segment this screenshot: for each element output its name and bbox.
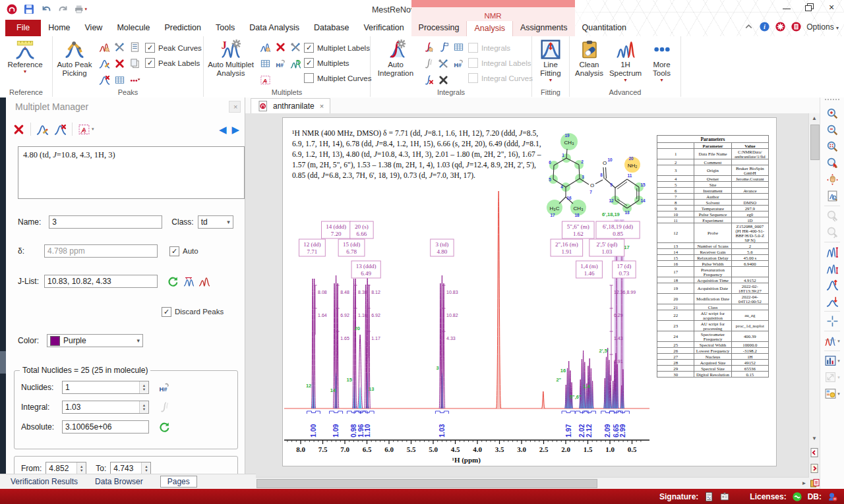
zoom-in-button[interactable] <box>822 105 842 122</box>
scroll-up-button[interactable]: ▲ <box>809 113 820 123</box>
peak-tools-button[interactable] <box>112 40 127 54</box>
copy-peaks-button[interactable] <box>127 56 142 70</box>
nuclides-input[interactable] <box>62 381 149 394</box>
zoom-out-button[interactable] <box>822 122 842 138</box>
menu-tab-molecule[interactable]: Molecule <box>109 20 157 36</box>
multiplet-label-box[interactable]: 5",6" (m)1.62 <box>562 221 594 238</box>
cutoff-peaks-button[interactable]: ▾ <box>822 333 842 349</box>
panel-close-button[interactable]: × <box>229 101 241 113</box>
db-status-icon[interactable] <box>827 491 837 502</box>
vertical-scroll-thumb[interactable] <box>810 125 820 160</box>
reference-button[interactable]: Reference▾ <box>1 38 49 74</box>
multiplet-label-box[interactable]: 1,4 (m)1.46 <box>576 261 603 278</box>
menu-tab-view[interactable]: View <box>78 20 110 36</box>
certificate-icon[interactable] <box>719 491 730 502</box>
more-tools-button[interactable]: More Tools▾ <box>644 38 680 82</box>
save-button[interactable] <box>22 3 36 16</box>
multiplet-label-box[interactable]: 20 (s)6.66 <box>350 221 373 238</box>
multiplet-label-box[interactable]: 12 (dd)7.71 <box>299 239 326 256</box>
multiplet-label-box[interactable]: 2",16 (m)1.91 <box>551 239 583 256</box>
fit-intensity-button[interactable] <box>822 244 842 260</box>
vertical-scrollbar[interactable]: ▲ ▼ <box>808 113 820 478</box>
delete-multiplet-button[interactable] <box>13 123 25 136</box>
discard-peaks-checkbox[interactable]: ✓Discard Peaks <box>162 304 224 320</box>
edit-multiplet-peaks-button[interactable] <box>36 123 49 136</box>
checkbox-multiplet-curves[interactable]: Multiplet Curves <box>304 70 371 86</box>
nuclides-hash-icon[interactable]: H# <box>158 381 170 393</box>
line-fitting-button[interactable]: Line Fitting▾ <box>533 38 568 82</box>
zoom-region-button[interactable] <box>822 138 842 155</box>
undo-button[interactable] <box>40 3 53 16</box>
delta-input[interactable] <box>44 244 158 258</box>
more-peaks-button[interactable] <box>127 72 142 87</box>
multiplet-label-box[interactable]: 2',5' (qd)1.03 <box>589 239 624 256</box>
checkbox-peak-labels[interactable]: ✓Peak Labels <box>145 55 202 70</box>
dock-tab-verification-results[interactable]: Verification Results <box>11 477 78 486</box>
nmr-spectrum[interactable]: 14 (ddd)7.2020 (s)6.665",6" (m)1.626',18… <box>283 186 776 466</box>
restore-button[interactable] <box>804 3 814 12</box>
multiplet-table-button[interactable] <box>258 56 272 70</box>
peak-edit-button[interactable] <box>97 56 111 70</box>
delete-peak-button[interactable] <box>97 72 111 87</box>
multiplet-label-box[interactable]: 6',18,19 (dd)0.85 <box>596 221 640 238</box>
multiplet-label-box[interactable]: 17 (d)0.73 <box>613 261 636 278</box>
multiplet-label-box[interactable]: 13 (ddd)6.49 <box>351 261 380 278</box>
j-coupling-button[interactable] <box>288 56 303 70</box>
multiplet-tools-button[interactable] <box>288 40 303 54</box>
name-input[interactable] <box>49 215 162 229</box>
license-status-icon[interactable] <box>792 491 802 502</box>
menu-tab-prediction[interactable]: Prediction <box>157 20 208 36</box>
horizontal-scroll-thumb[interactable] <box>256 479 597 488</box>
jtree-blue-icon[interactable] <box>183 275 195 287</box>
integral-series-button[interactable] <box>421 56 435 70</box>
multiplet-by-hand-button[interactable] <box>258 40 272 54</box>
auto-integration-button[interactable]: Auto Integration <box>372 38 419 78</box>
integral-label-button[interactable] <box>436 40 450 54</box>
jtree-red-icon[interactable] <box>198 275 210 287</box>
scroll-corner-button[interactable] <box>809 478 820 489</box>
integral-tools-button[interactable] <box>436 56 450 70</box>
remove-multiplet-peak-button[interactable] <box>54 123 67 136</box>
increase-intensity-button[interactable] <box>822 277 842 293</box>
dock-tab-data-browser[interactable]: Data Browser <box>95 477 143 486</box>
integral-ref-icon[interactable] <box>158 401 170 413</box>
horizontal-scrollbar[interactable]: ◄ ► <box>245 477 809 489</box>
delete-all-integrals-button[interactable] <box>436 72 450 87</box>
signature-doc-icon[interactable] <box>704 491 714 502</box>
auto-checkbox[interactable]: ✓Auto <box>169 244 198 259</box>
stacked-view-button[interactable]: ▾ <box>822 352 842 369</box>
menu-tab-processing[interactable]: Processing <box>411 20 467 36</box>
peak-by-hand-button[interactable] <box>97 40 111 54</box>
multiplet-label-box[interactable]: 15 (dd)6.78 <box>338 239 365 256</box>
fit-intensity-alt-button[interactable] <box>822 260 842 277</box>
annotate-button[interactable]: ▾ <box>822 385 842 402</box>
refresh-absolute-icon[interactable] <box>158 421 170 433</box>
next-multiplet-button[interactable]: ▶ <box>231 125 239 134</box>
menu-tab-assignments[interactable]: Assignments <box>513 20 575 36</box>
document-canvas[interactable]: ¹H NMR (400 MHz, DMSO) δ = 7.71 (dd, J=8… <box>245 113 809 478</box>
auto-peak-picking-button[interactable]: Auto Peak Picking <box>54 38 95 78</box>
menu-tab-tools[interactable]: Tools <box>208 20 242 36</box>
full-view-button[interactable] <box>822 188 842 204</box>
menu-tab-home[interactable]: Home <box>41 20 77 36</box>
previous-multiplet-button[interactable]: ◀ <box>219 125 227 134</box>
jlist-input[interactable] <box>44 275 158 288</box>
settings-gear-icon[interactable] <box>775 21 786 32</box>
crosshair-button[interactable] <box>822 313 842 329</box>
absolute-input[interactable] <box>62 420 149 434</box>
auto-multiplet-analysis-button[interactable]: JAuto Multiplet Analysis <box>205 38 256 78</box>
checkbox-peak-curves[interactable]: ✓Peak Curves <box>145 40 202 55</box>
delete-all-peaks-button[interactable] <box>112 56 127 70</box>
dock-tab-pages[interactable]: Pages <box>160 476 197 488</box>
menu-tab-file[interactable]: File <box>5 20 41 36</box>
delete-multiplets-button[interactable] <box>273 40 287 54</box>
decrease-intensity-button[interactable] <box>822 293 842 310</box>
collapse-ribbon-icon[interactable] <box>743 21 754 32</box>
clean-analysis-button[interactable]: Clean Analysis <box>571 38 607 82</box>
color-select[interactable]: Purple▾ <box>47 334 143 347</box>
peak-table-button[interactable] <box>112 72 127 87</box>
palette-drag-handle[interactable] <box>825 99 839 104</box>
collapsed-sidebar-strip[interactable] <box>0 98 6 489</box>
redo-button[interactable] <box>57 3 70 16</box>
info-icon[interactable]: i <box>759 21 770 32</box>
